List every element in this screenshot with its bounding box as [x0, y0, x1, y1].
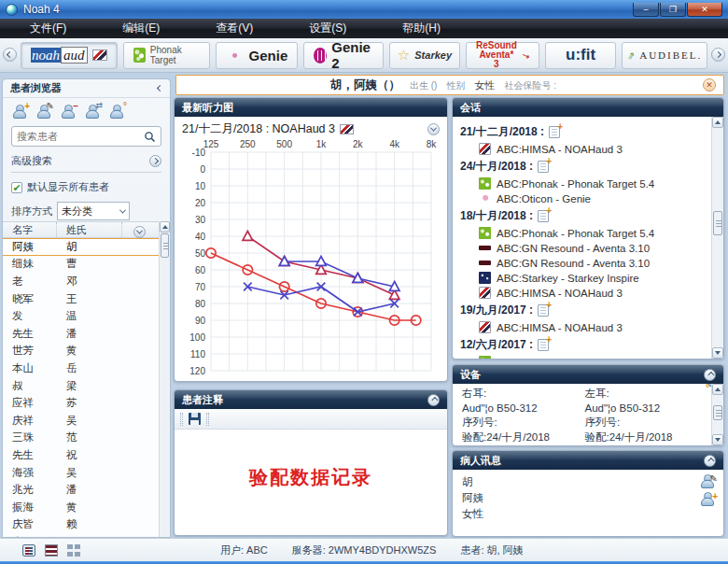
scroll-thumb[interactable] — [161, 233, 169, 258]
module-noahaud-button[interactable]: noahaud — [21, 42, 118, 69]
scroll-thumb[interactable] — [713, 211, 722, 235]
patient-row[interactable]: 应祥苏 — [3, 394, 159, 412]
patient-row[interactable]: 细妹曹 — [3, 256, 159, 274]
advanced-search-link[interactable]: 高级搜索 — [11, 154, 52, 168]
view-mode-list-icon[interactable] — [45, 544, 58, 557]
window-title: Noah 4 — [23, 3, 60, 16]
scroll-up-button[interactable] — [712, 117, 723, 128]
menu-help[interactable]: 帮助(H) — [389, 19, 454, 38]
session-date[interactable]: 12/六月/2017 : — [460, 337, 711, 353]
patient-row[interactable]: 本山岳 — [3, 360, 159, 377]
session-date[interactable]: 24/十月/2018 : — [460, 159, 711, 175]
audiogram-subtitle: 21/十二月/2018 : NOAHaud 3 — [182, 121, 335, 137]
scroll-down-button[interactable] — [712, 434, 723, 445]
session-entry[interactable]: ABC:Phonak - Phonak Target 5.4 — [479, 177, 711, 190]
session-entry[interactable]: ABC:Phonak - Phonak Target 5.4 — [479, 227, 711, 239]
patient-row[interactable]: 世芳黄 — [3, 343, 159, 360]
patient-info-collapse-button[interactable] — [704, 455, 716, 467]
advanced-search-expand-button[interactable] — [149, 155, 161, 167]
column-first-name[interactable]: 名字 — [3, 222, 57, 237]
banner-close-icon[interactable]: ✕ — [703, 78, 716, 92]
filter-collapse-button[interactable] — [133, 226, 146, 238]
menu-edit[interactable]: 编辑(E) — [109, 19, 173, 38]
menu-file[interactable]: 文件(F) — [17, 19, 79, 38]
patient-row[interactable]: 三珠范 — [3, 430, 159, 447]
patient-row[interactable]: 海强吴 — [3, 464, 159, 482]
edit-patient-icon[interactable]: ✎ — [36, 105, 52, 119]
session-entry[interactable]: ABC:HIMSA - NOAHaud 3 — [479, 143, 711, 155]
patient-row[interactable]: 发温 — [3, 307, 159, 325]
devices-collapse-button[interactable] — [704, 369, 716, 381]
patient-row[interactable]: 老邓 — [3, 273, 159, 290]
scroll-up-button[interactable] — [712, 384, 723, 395]
session-date[interactable]: 19/九月/2017 : — [460, 303, 711, 318]
show-all-patients-row: ✔ 默认显示所有患者 — [11, 180, 161, 194]
add-patient-info-icon[interactable]: + — [700, 492, 716, 506]
module-phonak-target-button[interactable]: Phonak Target — [123, 42, 211, 69]
session-entry[interactable]: ABC:Phonak - Phonak Target 5.4 — [479, 356, 711, 359]
audiogram-dropdown-button[interactable] — [427, 123, 440, 135]
toolbar-scroll-left-button[interactable] — [3, 48, 17, 62]
edit-patient-info-icon[interactable]: ✎ — [700, 474, 716, 488]
session-entry[interactable]: ABC:HIMSA - NOAHaud 3 — [479, 287, 711, 299]
devices-scrollbar[interactable] — [711, 384, 723, 445]
scroll-thumb[interactable] — [713, 405, 722, 420]
patient-row[interactable]: 庆皆赖 — [3, 516, 159, 534]
session-entry[interactable]: ABC:GN Resound - Aventa 3.10 — [479, 242, 711, 254]
patient-row[interactable]: 兆光潘 — [3, 481, 159, 499]
patient-row[interactable]: 晓军王 — [3, 290, 159, 308]
session-date[interactable]: 18/十月/2018 : — [460, 208, 711, 224]
new-session-note-icon[interactable] — [538, 339, 549, 351]
maximize-button[interactable]: ❐ — [660, 3, 686, 17]
svg-text:250: 250 — [240, 139, 256, 149]
close-button[interactable]: ✕ — [687, 3, 722, 17]
notes-content[interactable]: 验配数据记录 — [175, 465, 447, 490]
patient-table-body: 阿姨胡细妹曹老邓晓军王发温先生潘世芳黄本山岳叔梁应祥苏庆祥吴三珠范先生祝海强吴兆… — [3, 238, 159, 537]
show-all-checkbox[interactable]: ✔ — [11, 182, 22, 193]
module-resound-button[interactable]: ReSoundAventa* 3 ↘ — [466, 42, 539, 69]
scroll-down-button[interactable] — [712, 347, 723, 359]
notes-editor[interactable]: 验配数据记录 — [175, 465, 447, 536]
module-ufit-button[interactable]: u:fit — [545, 42, 616, 69]
module-genie-button[interactable]: Genie — [216, 42, 298, 69]
sidebar-collapse-icon[interactable] — [157, 85, 163, 92]
menu-view[interactable]: 查看(V) — [203, 19, 266, 38]
view-mode-grid-icon[interactable] — [67, 544, 80, 557]
minimize-button[interactable]: – — [633, 3, 659, 17]
patient-key-icon[interactable]: ° — [109, 105, 125, 119]
session-date[interactable]: 21/十二月/2018 : — [460, 124, 711, 140]
module-starkey-button[interactable]: ☆ Starkey — [389, 42, 460, 69]
patient-row[interactable]: 先生祝 — [3, 446, 159, 464]
session-entry[interactable]: ABC:HIMSA - NOAHaud 3 — [479, 321, 711, 333]
new-session-note-icon[interactable] — [549, 126, 560, 138]
session-entry[interactable]: ABC:Oticon - Genie — [479, 192, 711, 204]
sort-select[interactable]: 未分类 — [57, 202, 130, 220]
view-mode-details-icon[interactable] — [22, 544, 35, 557]
module-genie2-button[interactable]: Genie 2 — [303, 42, 384, 69]
patient-list-scrollbar[interactable] — [159, 221, 170, 537]
patient-row[interactable]: 振海黄 — [3, 499, 159, 516]
patient-row[interactable]: 阿姨胡 — [3, 238, 159, 256]
module-audibel-button[interactable]: ⇗ AUDIBEL. — [622, 42, 707, 69]
patient-row[interactable]: 庆祥吴 — [3, 412, 159, 430]
search-icon[interactable] — [144, 131, 156, 143]
save-note-icon[interactable] — [189, 413, 201, 425]
delete-patient-icon[interactable]: − — [61, 105, 77, 119]
search-input[interactable] — [17, 131, 144, 142]
new-session-note-icon[interactable] — [538, 304, 549, 317]
scroll-up-button[interactable] — [160, 221, 170, 233]
patient-row[interactable]: 先生潘 — [3, 325, 159, 343]
patient-row[interactable]: 生霍 — [3, 533, 159, 537]
session-entry[interactable]: ABC:GN Resound - Aventa 3.10 — [479, 257, 711, 269]
toolbar-scroll-right-button[interactable] — [711, 48, 725, 62]
column-last-name[interactable]: 姓氏 — [57, 222, 122, 237]
new-session-note-icon[interactable] — [538, 210, 549, 222]
session-entry[interactable]: ABC:Starkey - Starkey Inspire — [479, 272, 711, 284]
new-session-note-icon[interactable] — [538, 161, 549, 173]
sessions-scrollbar[interactable] — [711, 117, 723, 359]
merge-patient-icon[interactable]: ⇄ — [85, 105, 101, 119]
patient-row[interactable]: 叔梁 — [3, 377, 159, 395]
add-patient-icon[interactable]: + — [12, 105, 28, 119]
menu-settings[interactable]: 设置(S) — [296, 19, 359, 38]
notes-collapse-button[interactable] — [427, 394, 440, 406]
